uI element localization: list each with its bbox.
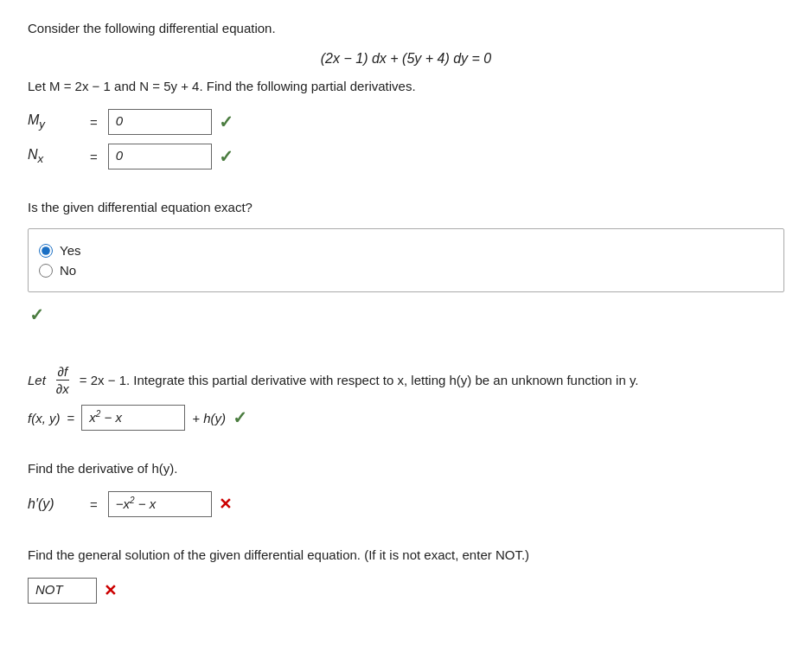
radio-check-icon: ✓ — [29, 305, 44, 324]
general-answer-box[interactable]: NOT — [28, 578, 97, 604]
find-general-text: Find the general solution of the given d… — [28, 547, 784, 562]
my-subscript: y — [39, 118, 45, 131]
hprime-cross-icon: ✕ — [219, 495, 232, 514]
let-mn-text: Let M = 2x − 1 and N = 5y + 4. Find the … — [28, 79, 784, 93]
hprime-answer-box[interactable]: −x2 − x — [108, 491, 212, 517]
nx-value: 0 — [116, 148, 123, 163]
radio-yes-label[interactable]: Yes — [60, 243, 80, 258]
intro-text: Consider the following differential equa… — [28, 21, 784, 35]
my-value: 0 — [116, 113, 123, 128]
general-cross-icon: ✕ — [104, 581, 117, 600]
my-check-icon: ✓ — [219, 112, 233, 132]
partial-denominator: ∂x — [54, 381, 71, 396]
fxy-value: x2 − x — [89, 410, 122, 425]
nx-equals: = — [90, 150, 98, 164]
my-label: My — [28, 112, 80, 131]
fxy-answer-box[interactable]: x2 − x — [81, 405, 185, 431]
hprime-equals: = — [90, 497, 98, 512]
let-partial-text: Let — [28, 373, 46, 387]
my-answer-box[interactable]: 0 — [108, 109, 212, 135]
general-value: NOT — [35, 582, 63, 597]
my-equals: = — [90, 115, 98, 130]
hprime-value: −x2 − x — [116, 496, 156, 511]
exact-question: Is the given differential equation exact… — [28, 200, 784, 214]
radio-group: Yes No — [28, 228, 784, 292]
plus-hy-text: + h(y) — [192, 411, 226, 425]
fxy-check-icon: ✓ — [233, 407, 247, 428]
partial-fraction: ∂f ∂x — [54, 364, 71, 396]
nx-answer-box[interactable]: 0 — [108, 144, 212, 169]
find-derivative-text: Find the derivative of h(y). — [28, 461, 784, 476]
hprime-label: h′(y) — [28, 496, 80, 512]
fxy-label: f(x, y) — [28, 411, 61, 425]
partial-numerator: ∂f — [56, 364, 70, 381]
nx-subscript: x — [38, 153, 44, 166]
main-equation: (2x − 1) dx + (5y + 4) dy = 0 — [321, 51, 491, 66]
nx-label: Nx — [28, 147, 80, 165]
nx-check-icon: ✓ — [219, 146, 233, 167]
radio-yes-input[interactable] — [39, 244, 53, 258]
partial-eq-text: = 2x − 1. Integrate this partial derivat… — [80, 373, 639, 387]
radio-no-label[interactable]: No — [60, 263, 76, 278]
fxy-equals: = — [67, 411, 75, 425]
radio-no-input[interactable] — [39, 264, 53, 278]
